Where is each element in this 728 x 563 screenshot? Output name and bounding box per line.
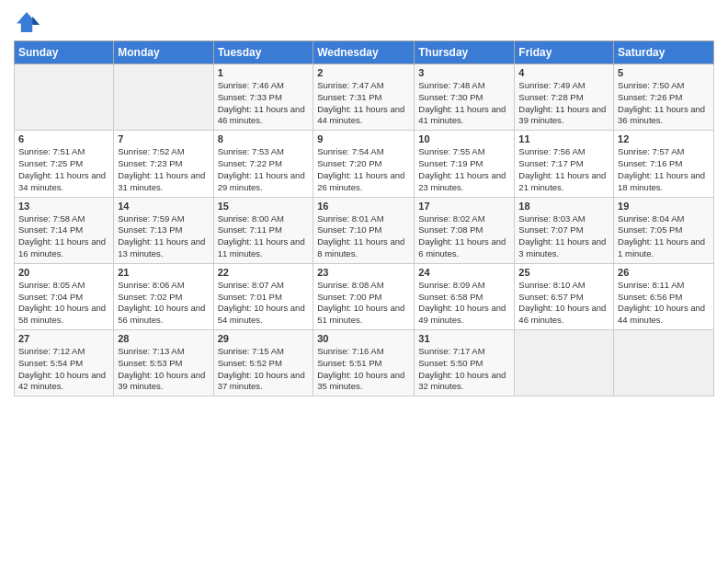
calendar-day-17: 17Sunrise: 8:02 AMSunset: 7:08 PMDayligh… xyxy=(415,197,515,263)
calendar-day-30: 30Sunrise: 7:16 AMSunset: 5:51 PMDayligh… xyxy=(313,330,415,396)
calendar-day-13: 13Sunrise: 7:58 AMSunset: 7:14 PMDayligh… xyxy=(15,197,114,263)
day-number: 27 xyxy=(18,333,109,344)
day-number: 15 xyxy=(218,201,310,212)
day-number: 11 xyxy=(518,133,609,144)
day-info: Sunrise: 8:01 AMSunset: 7:10 PMDaylight:… xyxy=(317,213,410,260)
day-number: 29 xyxy=(218,333,310,344)
day-info: Sunrise: 8:08 AMSunset: 7:00 PMDaylight:… xyxy=(317,280,410,327)
calendar-day-22: 22Sunrise: 8:07 AMSunset: 7:01 PMDayligh… xyxy=(213,263,313,329)
header-saturday: Saturday xyxy=(614,41,714,64)
header-friday: Friday xyxy=(515,41,614,64)
day-info: Sunrise: 8:03 AMSunset: 7:07 PMDaylight:… xyxy=(518,213,609,260)
calendar-day-28: 28Sunrise: 7:13 AMSunset: 5:53 PMDayligh… xyxy=(114,330,213,396)
day-number: 31 xyxy=(418,333,510,344)
day-info: Sunrise: 7:52 AMSunset: 7:23 PMDaylight:… xyxy=(118,146,209,193)
day-info: Sunrise: 7:46 AMSunset: 7:33 PMDaylight:… xyxy=(218,80,310,127)
day-info: Sunrise: 7:51 AMSunset: 7:25 PMDaylight:… xyxy=(18,146,109,193)
day-info: Sunrise: 8:09 AMSunset: 6:58 PMDaylight:… xyxy=(418,280,510,327)
calendar-day-26: 26Sunrise: 8:11 AMSunset: 6:56 PMDayligh… xyxy=(614,263,714,329)
day-info: Sunrise: 8:05 AMSunset: 7:04 PMDaylight:… xyxy=(18,280,109,327)
day-number: 9 xyxy=(317,133,410,144)
calendar-week-row: 6Sunrise: 7:51 AMSunset: 7:25 PMDaylight… xyxy=(15,131,714,197)
calendar-day-8: 8Sunrise: 7:53 AMSunset: 7:22 PMDaylight… xyxy=(213,131,313,197)
day-info: Sunrise: 7:15 AMSunset: 5:52 PMDaylight:… xyxy=(218,346,310,393)
day-info: Sunrise: 7:56 AMSunset: 7:17 PMDaylight:… xyxy=(518,146,609,193)
day-info: Sunrise: 7:53 AMSunset: 7:22 PMDaylight:… xyxy=(218,146,310,193)
calendar-day-4: 4Sunrise: 7:49 AMSunset: 7:28 PMDaylight… xyxy=(515,64,614,131)
day-number: 19 xyxy=(618,201,710,212)
day-number: 13 xyxy=(18,201,109,212)
calendar-day-1: 1Sunrise: 7:46 AMSunset: 7:33 PMDaylight… xyxy=(213,64,313,131)
header-thursday: Thursday xyxy=(415,41,515,64)
day-info: Sunrise: 8:11 AMSunset: 6:56 PMDaylight:… xyxy=(618,280,710,327)
calendar-empty-cell xyxy=(114,64,213,131)
day-number: 10 xyxy=(418,133,510,144)
calendar-day-14: 14Sunrise: 7:59 AMSunset: 7:13 PMDayligh… xyxy=(114,197,213,263)
day-info: Sunrise: 8:10 AMSunset: 6:57 PMDaylight:… xyxy=(518,280,609,327)
day-number: 26 xyxy=(618,267,710,278)
day-info: Sunrise: 7:58 AMSunset: 7:14 PMDaylight:… xyxy=(18,213,109,260)
calendar-week-row: 20Sunrise: 8:05 AMSunset: 7:04 PMDayligh… xyxy=(15,263,714,329)
calendar-header-row: SundayMondayTuesdayWednesdayThursdayFrid… xyxy=(15,41,714,64)
day-number: 16 xyxy=(317,201,410,212)
calendar-empty-cell xyxy=(614,330,714,396)
calendar-day-25: 25Sunrise: 8:10 AMSunset: 6:57 PMDayligh… xyxy=(515,263,614,329)
calendar-day-23: 23Sunrise: 8:08 AMSunset: 7:00 PMDayligh… xyxy=(313,263,415,329)
day-info: Sunrise: 7:57 AMSunset: 7:16 PMDaylight:… xyxy=(618,146,710,193)
day-info: Sunrise: 7:55 AMSunset: 7:19 PMDaylight:… xyxy=(418,146,510,193)
day-number: 14 xyxy=(118,201,209,212)
day-number: 12 xyxy=(618,133,710,144)
calendar-day-2: 2Sunrise: 7:47 AMSunset: 7:31 PMDaylight… xyxy=(313,64,415,131)
calendar-day-24: 24Sunrise: 8:09 AMSunset: 6:58 PMDayligh… xyxy=(415,263,515,329)
calendar-day-18: 18Sunrise: 8:03 AMSunset: 7:07 PMDayligh… xyxy=(515,197,614,263)
calendar-day-21: 21Sunrise: 8:06 AMSunset: 7:02 PMDayligh… xyxy=(114,263,213,329)
day-number: 1 xyxy=(218,67,310,78)
header-tuesday: Tuesday xyxy=(213,41,313,64)
day-number: 2 xyxy=(317,67,410,78)
day-number: 8 xyxy=(218,133,310,144)
day-info: Sunrise: 8:02 AMSunset: 7:08 PMDaylight:… xyxy=(418,213,510,260)
day-info: Sunrise: 7:13 AMSunset: 5:53 PMDaylight:… xyxy=(118,346,209,393)
day-number: 21 xyxy=(118,267,209,278)
day-number: 22 xyxy=(218,267,310,278)
calendar-table: SundayMondayTuesdayWednesdayThursdayFrid… xyxy=(14,40,714,396)
calendar-day-7: 7Sunrise: 7:52 AMSunset: 7:23 PMDaylight… xyxy=(114,131,213,197)
calendar-day-19: 19Sunrise: 8:04 AMSunset: 7:05 PMDayligh… xyxy=(614,197,714,263)
calendar-day-20: 20Sunrise: 8:05 AMSunset: 7:04 PMDayligh… xyxy=(15,263,114,329)
day-number: 20 xyxy=(18,267,109,278)
day-info: Sunrise: 7:17 AMSunset: 5:50 PMDaylight:… xyxy=(418,346,510,393)
calendar-day-27: 27Sunrise: 7:12 AMSunset: 5:54 PMDayligh… xyxy=(15,330,114,396)
day-info: Sunrise: 7:48 AMSunset: 7:30 PMDaylight:… xyxy=(418,80,510,127)
calendar-week-row: 13Sunrise: 7:58 AMSunset: 7:14 PMDayligh… xyxy=(15,197,714,263)
calendar-day-9: 9Sunrise: 7:54 AMSunset: 7:20 PMDaylight… xyxy=(313,131,415,197)
calendar-day-6: 6Sunrise: 7:51 AMSunset: 7:25 PMDaylight… xyxy=(15,131,114,197)
day-number: 24 xyxy=(418,267,510,278)
day-number: 18 xyxy=(518,201,609,212)
day-number: 17 xyxy=(418,201,510,212)
day-info: Sunrise: 7:47 AMSunset: 7:31 PMDaylight:… xyxy=(317,80,410,127)
calendar-day-16: 16Sunrise: 8:01 AMSunset: 7:10 PMDayligh… xyxy=(313,197,415,263)
day-number: 3 xyxy=(418,67,510,78)
calendar-week-row: 27Sunrise: 7:12 AMSunset: 5:54 PMDayligh… xyxy=(15,330,714,396)
day-info: Sunrise: 7:16 AMSunset: 5:51 PMDaylight:… xyxy=(317,346,410,393)
day-number: 7 xyxy=(118,133,209,144)
calendar-day-15: 15Sunrise: 8:00 AMSunset: 7:11 PMDayligh… xyxy=(213,197,313,263)
day-info: Sunrise: 8:04 AMSunset: 7:05 PMDaylight:… xyxy=(618,213,710,260)
day-number: 30 xyxy=(317,333,410,344)
calendar-day-12: 12Sunrise: 7:57 AMSunset: 7:16 PMDayligh… xyxy=(614,131,714,197)
day-info: Sunrise: 7:50 AMSunset: 7:26 PMDaylight:… xyxy=(618,80,710,127)
header-sunday: Sunday xyxy=(15,41,114,64)
day-info: Sunrise: 7:54 AMSunset: 7:20 PMDaylight:… xyxy=(317,146,410,193)
calendar-week-row: 1Sunrise: 7:46 AMSunset: 7:33 PMDaylight… xyxy=(15,64,714,131)
day-number: 28 xyxy=(118,333,209,344)
day-number: 4 xyxy=(518,67,609,78)
day-info: Sunrise: 8:06 AMSunset: 7:02 PMDaylight:… xyxy=(118,280,209,327)
day-info: Sunrise: 8:07 AMSunset: 7:01 PMDaylight:… xyxy=(218,280,310,327)
calendar-empty-cell xyxy=(15,64,114,131)
day-number: 5 xyxy=(618,67,710,78)
header-wednesday: Wednesday xyxy=(313,41,415,64)
header-monday: Monday xyxy=(114,41,213,64)
day-number: 6 xyxy=(18,133,109,144)
day-number: 23 xyxy=(317,267,410,278)
calendar-day-5: 5Sunrise: 7:50 AMSunset: 7:26 PMDaylight… xyxy=(614,64,714,131)
